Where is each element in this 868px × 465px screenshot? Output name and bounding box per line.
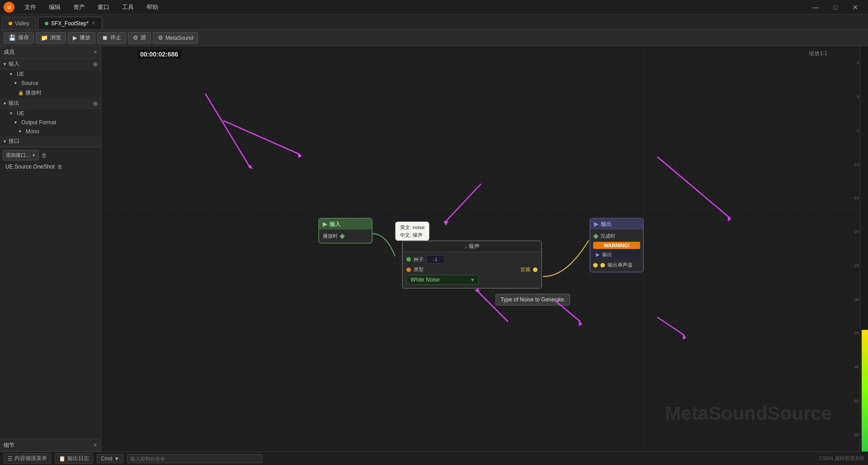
cmd-arrow-icon: ▼ xyxy=(114,456,119,462)
members-close-button[interactable]: ✕ xyxy=(93,49,97,55)
svg-marker-11 xyxy=(579,321,582,326)
iface-arrow-icon: ▼ xyxy=(3,139,7,144)
audio-label: 音频 xyxy=(520,266,530,273)
input-node[interactable]: ▶ 输入 播放时 xyxy=(318,218,373,244)
add-interface-dropdown[interactable]: 添加接口... ▼ xyxy=(3,150,39,160)
noise-node[interactable]: ♪ 噪声 种子 类型 音频 xyxy=(402,240,542,289)
output-log-button[interactable]: 📋 输出日志 xyxy=(55,453,93,464)
ue-out-arrow-icon: ▼ xyxy=(9,111,13,116)
content-sidebar-label: 内容侧滚菜单 xyxy=(14,455,47,462)
source-button[interactable]: ⚙ 源 xyxy=(128,32,151,44)
save-button[interactable]: 💾 保存 xyxy=(4,32,34,44)
zoom-label: 缩放1:1 xyxy=(809,50,827,57)
stop-button[interactable]: ⏹ 停止 xyxy=(97,32,126,44)
warning-badge: WARNING! xyxy=(593,242,640,249)
svg-line-0 xyxy=(205,94,250,168)
generate-tooltip: Type of Noise to Generate. xyxy=(495,294,570,305)
detail-close-button[interactable]: ✕ xyxy=(93,442,97,448)
toolbar: 💾 保存 📁 浏览 ▶ 播放 ⏹ 停止 ⚙ 源 ⚙ MetaSound xyxy=(0,30,868,46)
svg-line-4 xyxy=(445,184,481,222)
meter-label-20: -20 xyxy=(853,230,859,234)
play-button[interactable]: ▶ 播放 xyxy=(68,32,95,44)
status-bar: ☰ 内容侧滚菜单 📋 输出日志 Cmd ▼ CSDN 源码管理关闭 xyxy=(0,451,868,465)
ue-input-label: UE xyxy=(17,71,24,77)
minimize-button[interactable]: — xyxy=(807,1,825,14)
menu-tools[interactable]: 工具 xyxy=(119,2,137,12)
browse-button[interactable]: 📁 浏览 xyxy=(36,32,66,44)
cmd-button[interactable]: Cmd ▼ xyxy=(97,454,123,463)
output-icon: ▶ xyxy=(596,252,599,258)
maximize-button[interactable]: □ xyxy=(826,1,844,14)
input-section-header[interactable]: ▼ 输入 ⊕ xyxy=(0,59,101,70)
delete-interface-button[interactable]: 🗑 xyxy=(42,152,47,159)
meter-fill xyxy=(862,330,868,451)
input-node-icon: ▶ xyxy=(323,221,327,227)
output-node[interactable]: ▶ 输出 完成时 WARNING! ▶ 输出 xyxy=(590,218,644,272)
meter-label-0: 0 xyxy=(857,94,859,99)
canvas-area[interactable]: 00:00:02:686 缩放1:1 MetaSoundSource xyxy=(101,46,868,451)
interface-section-header[interactable]: ▼ 接口 xyxy=(0,136,101,147)
save-label: 保存 xyxy=(18,34,29,42)
seed-input[interactable] xyxy=(426,255,444,263)
tab-label-sfx: SFX_FootStep* xyxy=(51,20,89,27)
meter-label-30: -30 xyxy=(853,297,859,302)
status-right-text: CSDN 源码管理关闭 xyxy=(819,455,864,462)
status-right: CSDN 源码管理关闭 xyxy=(819,455,864,462)
source-label: 源 xyxy=(141,34,146,42)
content-sidebar-button[interactable]: ☰ 内容侧滚菜单 xyxy=(4,453,51,464)
source-icon: ⚙ xyxy=(133,34,138,41)
output-subheader-row: ▶ 输出 xyxy=(592,250,641,259)
type-row: 类型 音频 White Noise ▼ xyxy=(403,265,541,286)
add-interface-arrow-icon: ▼ xyxy=(32,153,36,158)
seed-row: 种子 xyxy=(403,254,541,265)
output-node-icon: ▶ xyxy=(594,221,598,227)
browse-icon: 📁 xyxy=(41,34,48,41)
output-add-button[interactable]: ⊕ xyxy=(93,100,98,107)
menu-help[interactable]: 帮助 xyxy=(144,2,161,12)
source-label: Source xyxy=(21,80,38,86)
svg-line-6 xyxy=(657,157,730,218)
menu-asset[interactable]: 资产 xyxy=(71,2,88,12)
output-node-header: ▶ 输出 xyxy=(590,219,643,230)
seed-pin xyxy=(406,257,411,262)
input-play-row: 播放时 xyxy=(319,231,372,241)
type-select-dropdown[interactable]: White Noise ▼ xyxy=(406,275,479,285)
menu-window[interactable]: 窗口 xyxy=(95,2,112,12)
stop-icon: ⏹ xyxy=(102,34,108,41)
menu-file[interactable]: 文件 xyxy=(22,2,39,12)
menu-edit[interactable]: 编辑 xyxy=(46,2,63,12)
output-section-header[interactable]: ▼ 输出 ⊕ xyxy=(0,98,101,109)
svg-line-2 xyxy=(223,121,300,155)
save-icon: 💾 xyxy=(9,34,16,41)
meter-label-5: 5 xyxy=(857,61,859,65)
mono-out-label: 输出单声道 xyxy=(608,262,632,268)
close-button[interactable]: ✕ xyxy=(846,1,864,14)
metasound-button[interactable]: ⚙ MetaSound xyxy=(153,32,198,44)
mono-in-pin xyxy=(593,263,598,268)
svg-marker-7 xyxy=(728,216,731,221)
add-interface-label: 添加接口... xyxy=(6,152,30,159)
input-add-button[interactable]: ⊕ xyxy=(93,61,98,68)
cmd-label: Cmd xyxy=(101,456,112,462)
output-sub-label: 输出 xyxy=(602,251,612,258)
browse-label: 浏览 xyxy=(50,34,61,42)
output-node-title: 输出 xyxy=(601,221,612,228)
tab-sfx-footstep[interactable]: SFX_FootStep* ✕ xyxy=(38,17,102,29)
output-format-label: Output Format xyxy=(21,119,56,126)
delete-iface-item-button[interactable]: 🗑 xyxy=(57,164,63,170)
play-on-create-item: 🔒 播放时 xyxy=(0,88,101,98)
metasound-icon: ⚙ xyxy=(158,34,163,41)
tab-close-sfx[interactable]: ✕ xyxy=(91,20,95,26)
tab-valley[interactable]: Valley xyxy=(2,17,36,29)
console-input[interactable] xyxy=(127,454,263,463)
play-on-create-label: 播放时 xyxy=(25,89,42,97)
svg-marker-5 xyxy=(443,221,448,225)
type-dropdown-arrow-icon: ▼ xyxy=(470,277,475,282)
output-node-body: 完成时 WARNING! ▶ 输出 输出单声道 xyxy=(590,230,643,272)
interface-item-label: UE.Source.OneShot xyxy=(5,164,55,170)
title-bar: U 文件 编辑 资产 窗口 工具 帮助 — □ ✕ xyxy=(0,0,868,14)
members-title: 成员 xyxy=(4,48,14,56)
meter-label-25: -25 xyxy=(853,263,859,268)
play-exec-pin xyxy=(340,234,344,239)
mono-in-pin2 xyxy=(600,263,605,268)
